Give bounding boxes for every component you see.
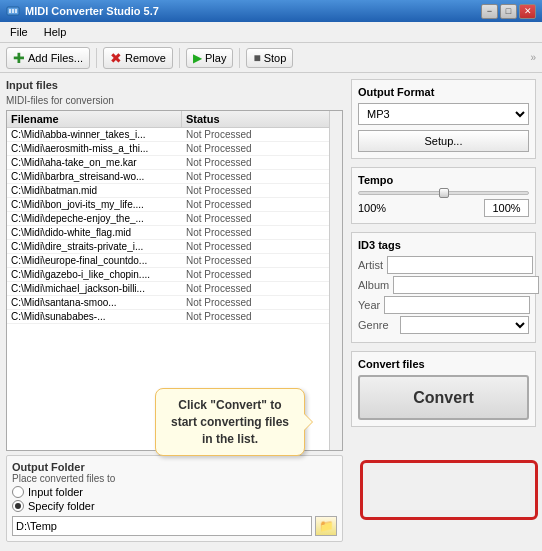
filename-cell: C:\Midi\bon_jovi-its_my_life.... bbox=[7, 198, 182, 211]
filename-cell: C:\Midi\gazebo-i_like_chopin.... bbox=[7, 268, 182, 281]
table-row[interactable]: C:\Midi\michael_jackson-billi... Not Pro… bbox=[7, 282, 342, 296]
add-icon: ✚ bbox=[13, 50, 25, 66]
table-row[interactable]: C:\Midi\aha-take_on_me.kar Not Processed bbox=[7, 156, 342, 170]
radio-input-folder[interactable]: Input folder bbox=[12, 486, 337, 498]
maximize-button[interactable]: □ bbox=[500, 4, 517, 19]
toolbar-separator-3 bbox=[239, 48, 240, 68]
status-cell: Not Processed bbox=[182, 170, 342, 183]
toolbar-separator-2 bbox=[179, 48, 180, 68]
format-select[interactable]: MP3 bbox=[358, 103, 529, 125]
status-cell: Not Processed bbox=[182, 282, 342, 295]
title-bar: MIDI Converter Studio 5.7 − □ ✕ bbox=[0, 0, 542, 22]
svg-rect-1 bbox=[9, 9, 11, 13]
table-row[interactable]: C:\Midi\abba-winner_takes_i... Not Proce… bbox=[7, 128, 342, 142]
table-row[interactable]: C:\Midi\aerosmith-miss_a_thi... Not Proc… bbox=[7, 142, 342, 156]
radio-specify-dot[interactable] bbox=[12, 500, 24, 512]
status-cell: Not Processed bbox=[182, 226, 342, 239]
status-cell: Not Processed bbox=[182, 296, 342, 309]
menu-file[interactable]: File bbox=[4, 24, 34, 40]
tempo-title: Tempo bbox=[358, 174, 529, 186]
status-cell: Not Processed bbox=[182, 198, 342, 211]
status-cell: Not Processed bbox=[182, 156, 342, 169]
tempo-section: Tempo 100% bbox=[351, 167, 536, 224]
left-panel: Input files MIDI-files for conversion Fi… bbox=[6, 79, 343, 542]
table-row[interactable]: C:\Midi\batman.mid Not Processed bbox=[7, 184, 342, 198]
filename-cell: C:\Midi\batman.mid bbox=[7, 184, 182, 197]
toolbar: ✚ Add Files... ✖ Remove ▶ Play ■ Stop » bbox=[0, 43, 542, 73]
add-files-button[interactable]: ✚ Add Files... bbox=[6, 47, 90, 69]
setup-button[interactable]: Setup... bbox=[358, 130, 529, 152]
convert-button[interactable]: Convert bbox=[358, 375, 529, 420]
convert-section: Convert files Convert bbox=[351, 351, 536, 427]
filename-header: Filename bbox=[7, 111, 182, 127]
radio-input-dot[interactable] bbox=[12, 486, 24, 498]
scrollbar[interactable] bbox=[329, 111, 342, 450]
table-row[interactable]: C:\Midi\barbra_streisand-wo... Not Proce… bbox=[7, 170, 342, 184]
play-button[interactable]: ▶ Play bbox=[186, 48, 233, 68]
table-row[interactable]: C:\Midi\gazebo-i_like_chopin.... Not Pro… bbox=[7, 268, 342, 282]
remove-button[interactable]: ✖ Remove bbox=[103, 47, 173, 69]
filename-cell: C:\Midi\depeche-enjoy_the_... bbox=[7, 212, 182, 225]
id3-field-input[interactable] bbox=[387, 256, 533, 274]
output-format-title: Output Format bbox=[358, 86, 529, 98]
play-icon: ▶ bbox=[193, 51, 202, 65]
table-row[interactable]: C:\Midi\europe-final_countdo... Not Proc… bbox=[7, 254, 342, 268]
folder-icon: 📁 bbox=[319, 519, 334, 533]
input-files-sublabel: MIDI-files for conversion bbox=[6, 95, 343, 106]
toolbar-grip: » bbox=[530, 52, 536, 63]
status-cell: Not Processed bbox=[182, 212, 342, 225]
main-content: Input files MIDI-files for conversion Fi… bbox=[0, 73, 542, 548]
filename-cell: C:\Midi\abba-winner_takes_i... bbox=[7, 128, 182, 141]
browse-folder-button[interactable]: 📁 bbox=[315, 516, 337, 536]
svg-rect-3 bbox=[15, 9, 17, 13]
status-cell: Not Processed bbox=[182, 254, 342, 267]
status-cell: Not Processed bbox=[182, 268, 342, 281]
status-cell: Not Processed bbox=[182, 142, 342, 155]
minimize-button[interactable]: − bbox=[481, 4, 498, 19]
id3-field-row: Album bbox=[358, 276, 529, 294]
table-row[interactable]: C:\Midi\bon_jovi-its_my_life.... Not Pro… bbox=[7, 198, 342, 212]
radio-specify-label: Specify folder bbox=[28, 500, 95, 512]
id3-field-row: Artist bbox=[358, 256, 529, 274]
file-list-header: Filename Status bbox=[7, 111, 342, 128]
output-folder-label: Output Folder bbox=[12, 461, 337, 473]
stop-icon: ■ bbox=[253, 51, 260, 65]
status-cell: Not Processed bbox=[182, 310, 342, 323]
folder-input-row: 📁 bbox=[12, 516, 337, 536]
tempo-slider-track[interactable] bbox=[358, 191, 529, 195]
filename-cell: C:\Midi\dire_straits-private_i... bbox=[7, 240, 182, 253]
id3-field-label: Genre bbox=[358, 319, 396, 331]
table-row[interactable]: C:\Midi\santana-smoo... Not Processed bbox=[7, 296, 342, 310]
filename-cell: C:\Midi\aha-take_on_me.kar bbox=[7, 156, 182, 169]
remove-icon: ✖ bbox=[110, 50, 122, 66]
status-cell: Not Processed bbox=[182, 240, 342, 253]
tempo-values: 100% bbox=[358, 199, 529, 217]
table-row[interactable]: C:\Midi\dido-white_flag.mid Not Processe… bbox=[7, 226, 342, 240]
input-files-label: Input files bbox=[6, 79, 343, 91]
filename-cell: C:\Midi\dido-white_flag.mid bbox=[7, 226, 182, 239]
id3-field-label: Artist bbox=[358, 259, 383, 271]
tempo-input[interactable] bbox=[484, 199, 529, 217]
table-row[interactable]: C:\Midi\sunababes-... Not Processed bbox=[7, 310, 342, 324]
svg-rect-2 bbox=[12, 9, 14, 13]
radio-specify-folder[interactable]: Specify folder bbox=[12, 500, 337, 512]
id3-field-input[interactable] bbox=[384, 296, 530, 314]
stop-button[interactable]: ■ Stop bbox=[246, 48, 293, 68]
folder-path-input[interactable] bbox=[12, 516, 312, 536]
table-row[interactable]: C:\Midi\depeche-enjoy_the_... Not Proces… bbox=[7, 212, 342, 226]
tempo-slider-row bbox=[358, 191, 529, 195]
output-folder-sublabel: Place converted files to bbox=[12, 473, 337, 484]
id3-field-row: Year bbox=[358, 296, 529, 314]
close-button[interactable]: ✕ bbox=[519, 4, 536, 19]
id3-genre-select[interactable] bbox=[400, 316, 529, 334]
tempo-slider-thumb[interactable] bbox=[439, 188, 449, 198]
id3-section: ID3 tags Artist Album Year Genre bbox=[351, 232, 536, 343]
status-header: Status bbox=[182, 111, 342, 127]
filename-cell: C:\Midi\aerosmith-miss_a_thi... bbox=[7, 142, 182, 155]
table-row[interactable]: C:\Midi\dire_straits-private_i... Not Pr… bbox=[7, 240, 342, 254]
menu-help[interactable]: Help bbox=[38, 24, 73, 40]
output-format-section: Output Format MP3 Setup... bbox=[351, 79, 536, 159]
tooltip-bubble: Click "Convert" to start converting file… bbox=[155, 388, 305, 456]
id3-title: ID3 tags bbox=[358, 239, 529, 251]
id3-field-input[interactable] bbox=[393, 276, 539, 294]
